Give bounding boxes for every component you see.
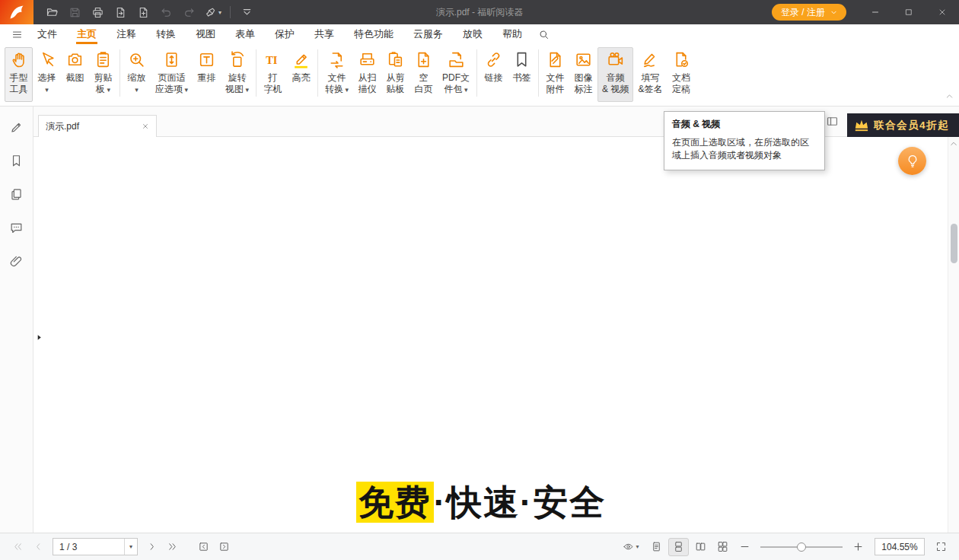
- document-tab[interactable]: 演示.pdf: [38, 115, 157, 137]
- facing-continuous-view-button[interactable]: [712, 538, 733, 556]
- ribbon-page-fit-options-button[interactable]: 页面适应选项 ▾: [151, 47, 193, 102]
- sidebar-attachments-button[interactable]: [2, 246, 32, 276]
- ribbon-group-separator: [256, 49, 256, 97]
- quick-annotate-tool-button[interactable]: ▾: [201, 2, 225, 22]
- ribbon-image-annotation-button[interactable]: 图像标注: [569, 47, 597, 102]
- ribbon-link-button[interactable]: 链接: [480, 47, 508, 102]
- create-pdf-button[interactable]: [132, 2, 154, 22]
- tab-close-icon[interactable]: [142, 123, 149, 130]
- convert-to-office-button[interactable]: [110, 2, 131, 22]
- menu-tab-special-features[interactable]: 特色功能: [344, 24, 403, 44]
- single-page-view-button[interactable]: [646, 538, 667, 556]
- ribbon-select-tool-button[interactable]: 选择▾: [33, 47, 61, 102]
- ribbon-group-separator: [538, 49, 539, 97]
- ribbon-from-clipboard-button[interactable]: 从剪贴板: [381, 47, 409, 102]
- redo-button[interactable]: [178, 2, 199, 22]
- ribbon-file-attachment-button[interactable]: 文件附件: [541, 47, 569, 102]
- menu-tab-home[interactable]: 主页: [67, 24, 107, 44]
- menu-tab-form[interactable]: 表单: [225, 24, 265, 44]
- customize-quick-access-button[interactable]: [236, 2, 257, 22]
- last-page-icon: [167, 541, 178, 552]
- collapse-ribbon-button[interactable]: [945, 91, 954, 104]
- ribbon-from-scanner-button[interactable]: 从扫描仪: [353, 47, 381, 102]
- menu-tab-convert[interactable]: 转换: [146, 24, 186, 44]
- vertical-scrollbar[interactable]: [948, 137, 959, 533]
- menu-tab-help[interactable]: 帮助: [492, 24, 532, 44]
- prev-page-button[interactable]: [28, 538, 49, 556]
- panel-toggle-icon[interactable]: [825, 114, 840, 129]
- ribbon-button-label: 书签: [513, 72, 531, 84]
- undo-button[interactable]: [155, 2, 177, 22]
- ribbon-rotate-view-button[interactable]: 旋转视图 ▾: [221, 47, 253, 102]
- chevron-down-icon: [830, 9, 837, 16]
- login-button[interactable]: 登录 / 注册: [772, 4, 846, 21]
- zoom-slider-thumb[interactable]: [797, 542, 806, 552]
- fit-screen-button[interactable]: [931, 538, 951, 556]
- document-area[interactable]: 免费·快速·安全: [33, 137, 959, 533]
- zoom-value-input[interactable]: 104.55%: [875, 538, 925, 555]
- ribbon-button-label: 图像: [575, 72, 593, 84]
- next-page-button[interactable]: [142, 538, 162, 556]
- continuous-view-button[interactable]: [668, 538, 689, 556]
- page-fit-icon: [162, 50, 181, 69]
- page-dropdown-caret-icon[interactable]: ▾: [124, 539, 137, 555]
- ribbon-typewriter-button[interactable]: TI打字机: [259, 47, 287, 102]
- next-view-button[interactable]: [214, 538, 234, 556]
- ribbon-button-label: 剪贴: [94, 72, 113, 84]
- ribbon-blank-page-button[interactable]: 空白页: [409, 47, 438, 102]
- zoom-in-button[interactable]: [848, 538, 868, 556]
- save-file-button[interactable]: [64, 2, 85, 22]
- ribbon-hand-tool-button[interactable]: 手型工具: [5, 47, 33, 102]
- last-page-button[interactable]: [162, 538, 183, 556]
- ribbon-snapshot-button[interactable]: 截图: [61, 47, 89, 102]
- sidebar-bookmarks-button[interactable]: [2, 145, 32, 176]
- first-page-button[interactable]: [8, 538, 28, 556]
- sidebar-comments-button[interactable]: [2, 212, 32, 243]
- titlebar-right: 登录 / 注册: [772, 0, 959, 24]
- ribbon-file-convert-button[interactable]: 文件转换 ▾: [320, 47, 353, 102]
- close-button[interactable]: [926, 0, 959, 24]
- ribbon-doc-finalize-button[interactable]: 文档定稿: [667, 47, 695, 102]
- ribbon-clipboard-button[interactable]: 剪贴板 ▾: [89, 47, 117, 102]
- app-window: ▾ 演示.pdf - 福昕阅读器 登录 / 注册 文件主页注释转换视图表单保护共…: [0, 0, 959, 560]
- ribbon-pdf-package-button[interactable]: PDF文件包 ▾: [438, 47, 474, 102]
- menu-tab-comment[interactable]: 注释: [107, 24, 146, 44]
- ribbon-group-separator: [119, 49, 120, 97]
- ribbon-audio-video-button[interactable]: 音频& 视频: [597, 47, 633, 102]
- assistant-lightbulb-button[interactable]: [898, 147, 926, 175]
- sidebar-quick-annotate-button[interactable]: [2, 112, 32, 142]
- facing-view-button[interactable]: [690, 538, 711, 556]
- ribbon-fill-sign-button[interactable]: 填写&签名: [633, 47, 667, 102]
- sidebar-page-thumbnails-button[interactable]: [2, 179, 32, 209]
- menu-tab-presentation[interactable]: 放映: [453, 24, 492, 44]
- promo-banner[interactable]: 联合会员4折起: [847, 113, 959, 137]
- hamburger-menu-button[interactable]: [6, 24, 27, 44]
- zoom-slider[interactable]: [759, 538, 844, 556]
- menu-tab-cloud-service[interactable]: 云服务: [403, 24, 453, 44]
- scroll-up-icon[interactable]: [948, 138, 959, 149]
- caret-down-icon: ▾: [636, 543, 639, 550]
- print-button[interactable]: [87, 2, 108, 22]
- page-number-input[interactable]: 1 / 3▾: [53, 538, 138, 555]
- menu-tab-view[interactable]: 视图: [186, 24, 225, 44]
- scrollbar-thumb[interactable]: [951, 224, 957, 263]
- app-logo[interactable]: [0, 0, 33, 24]
- open-file-button[interactable]: [41, 2, 62, 22]
- search-button[interactable]: [532, 24, 555, 44]
- rotate-icon: [228, 50, 247, 69]
- minimize-button[interactable]: [859, 0, 892, 24]
- maximize-button[interactable]: [892, 0, 926, 24]
- ribbon-group-separator: [476, 49, 477, 97]
- ribbon-reflow-button[interactable]: 重排: [193, 47, 221, 102]
- reading-mode-button[interactable]: ▾: [617, 538, 645, 556]
- ribbon-button-caret-row: ▾: [45, 84, 49, 96]
- ribbon-highlight-button[interactable]: 高亮: [287, 47, 315, 102]
- menu-tab-file[interactable]: 文件: [27, 24, 67, 44]
- ribbon-zoom-button[interactable]: 缩放▾: [123, 47, 151, 102]
- zoom-out-button[interactable]: [734, 538, 755, 556]
- menu-tab-share[interactable]: 共享: [304, 24, 344, 44]
- sidebar-expand-handle[interactable]: [33, 327, 44, 347]
- previous-view-button[interactable]: [193, 538, 214, 556]
- ribbon-bookmark-button[interactable]: 书签: [508, 47, 536, 102]
- menu-tab-protect[interactable]: 保护: [265, 24, 304, 44]
